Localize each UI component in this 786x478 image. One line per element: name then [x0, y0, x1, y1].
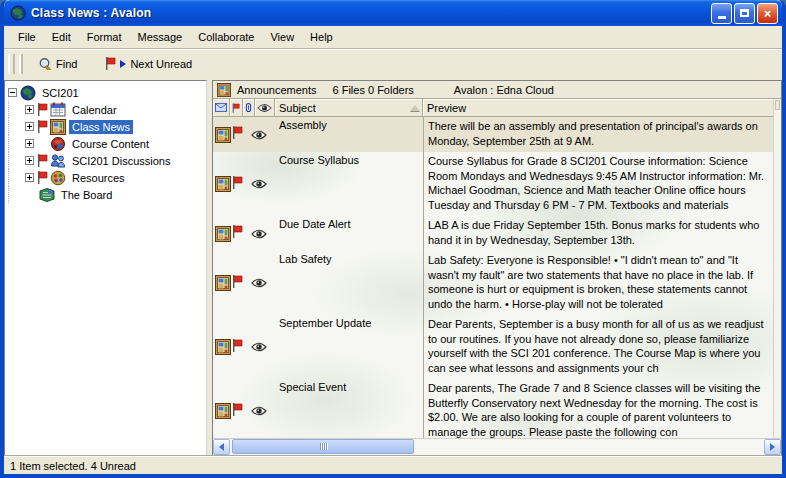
maximize-button[interactable]: [734, 3, 755, 24]
tree-item-sci201-root[interactable]: SCI201: [8, 84, 206, 101]
toolbar-grip-handle-2[interactable]: [19, 54, 23, 74]
eye-icon: [251, 278, 267, 288]
message-preview: Course Syllabus for Grade 8 SCI201 Cours…: [423, 152, 773, 216]
title-bar[interactable]: Class News : Avalon ×: [4, 0, 782, 26]
menu-message[interactable]: Message: [130, 28, 191, 46]
globe-icon: [20, 85, 36, 101]
menu-help[interactable]: Help: [302, 28, 341, 46]
scroll-right-button[interactable]: [764, 439, 781, 455]
column-read-icon[interactable]: [255, 99, 275, 116]
message-subject: Lab Safety: [275, 251, 423, 315]
unread-flag-icon: [37, 171, 48, 184]
toolbar-grip-handle[interactable]: [8, 54, 15, 74]
message-preview: Dear parents, The Grade 7 and 8 Science …: [423, 379, 773, 438]
eye-icon: [257, 103, 272, 113]
message-preview: LAB A is due Friday September 15th. Bonu…: [423, 216, 773, 251]
flag-icon: [232, 102, 240, 114]
app-window: Class News : Avalon × File Edit Format M…: [0, 0, 786, 478]
scrollbar-thumb[interactable]: [232, 439, 414, 454]
window-title: Class News : Avalon: [31, 6, 711, 20]
find-button-label: Find: [56, 58, 77, 70]
menu-edit[interactable]: Edit: [44, 28, 79, 46]
news-document-icon: [215, 176, 231, 192]
arrow-left-icon: [219, 443, 224, 451]
scroll-left-button[interactable]: [213, 439, 230, 455]
menu-format[interactable]: Format: [79, 28, 130, 46]
tree-connector: [8, 101, 25, 118]
message-preview: There will be an assembly and presentati…: [423, 117, 773, 152]
message-subject: September Update: [275, 315, 423, 379]
menu-collaborate[interactable]: Collaborate: [190, 28, 262, 46]
unread-flag-icon: [232, 339, 243, 352]
close-button[interactable]: ×: [757, 3, 778, 24]
menu-bar: File Edit Format Message Collaborate Vie…: [4, 26, 782, 48]
message-subject: Assembly: [275, 117, 423, 152]
status-text: 1 Item selected. 4 Unread: [10, 460, 136, 472]
scrollbar-track[interactable]: [230, 439, 764, 455]
tree-item-label: Class News: [69, 120, 133, 134]
menu-file[interactable]: File: [10, 28, 44, 46]
message-preview: Lab Safety: Everyone is Responsible! • "…: [423, 251, 773, 315]
unread-flag-icon: [37, 154, 48, 167]
tree-item-label: Resources: [69, 171, 128, 185]
expand-plus-icon[interactable]: [25, 173, 34, 182]
status-bar: 1 Item selected. 4 Unread: [4, 456, 782, 474]
sort-ascending-icon: [410, 105, 420, 111]
unread-flag-icon: [37, 103, 48, 116]
message-list-panel: Announcements 6 Files 0 Folders Avalon :…: [212, 80, 782, 456]
tree-item-class-news[interactable]: Class News: [8, 118, 206, 135]
vertical-scrollbar-track[interactable]: [773, 99, 781, 438]
tree-connector: [8, 152, 25, 169]
news-document-icon: [215, 275, 231, 291]
eye-icon: [251, 130, 267, 140]
column-attachment-icon[interactable]: [243, 99, 255, 116]
tree-item-label: Calendar: [69, 103, 120, 117]
column-subject[interactable]: Subject: [275, 99, 423, 116]
expand-plus-icon[interactable]: [25, 139, 34, 148]
minimize-button[interactable]: [711, 3, 732, 24]
vertical-scrollbar-nub: [775, 100, 780, 110]
column-flag-icon[interactable]: [230, 99, 243, 116]
tree-item-resources[interactable]: Resources: [8, 169, 206, 186]
panel-header: Announcements 6 Files 0 Folders Avalon :…: [213, 81, 781, 99]
expand-plus-icon[interactable]: [25, 156, 34, 165]
column-preview[interactable]: Preview: [423, 99, 773, 116]
resources-icon: [50, 170, 66, 186]
message-row-special-event[interactable]: Special Event Dear parents, The Grade 7 …: [213, 379, 773, 438]
tree-item-sci201-discussions[interactable]: SCI201 Discussions: [8, 152, 206, 169]
eye-icon: [251, 406, 267, 416]
menu-view[interactable]: View: [262, 28, 302, 46]
tree-item-label: SCI201 Discussions: [69, 154, 173, 168]
news-document-icon: [215, 403, 231, 419]
tree-item-label: Course Content: [69, 137, 152, 151]
message-row-due-date-alert[interactable]: Due Date Alert LAB A is due Friday Septe…: [213, 216, 773, 251]
expand-plus-icon[interactable]: [25, 105, 34, 114]
unread-flag-icon: [105, 57, 116, 70]
find-button[interactable]: Find: [31, 53, 84, 74]
message-row-assembly[interactable]: Assembly There will be an assembly and p…: [213, 117, 773, 152]
horizontal-scrollbar[interactable]: [213, 438, 781, 455]
close-icon: ×: [764, 7, 772, 20]
calendar-icon: [50, 102, 66, 118]
message-row-course-syllabus[interactable]: Course Syllabus Course Syllabus for Grad…: [213, 152, 773, 216]
unread-flag-icon: [232, 225, 243, 238]
news-document-icon: [215, 226, 231, 242]
next-unread-button[interactable]: Next Unread: [98, 53, 199, 74]
unread-flag-icon: [232, 403, 243, 416]
toolbar: Find Next Unread: [4, 48, 782, 78]
unread-flag-icon: [232, 126, 243, 139]
message-row-lab-safety[interactable]: Lab Safety Lab Safety: Everyone is Respo…: [213, 251, 773, 315]
announcements-folder-icon: [217, 83, 231, 97]
tree-item-calendar[interactable]: Calendar: [8, 101, 206, 118]
message-row-september-update[interactable]: September Update Dear Parents, September…: [213, 315, 773, 379]
tree-item-course-content[interactable]: Course Content: [8, 135, 206, 152]
tree-item-the-board[interactable]: The Board: [8, 186, 206, 203]
expand-plus-icon[interactable]: [25, 122, 34, 131]
unread-flag-icon: [232, 176, 243, 189]
column-header-row: Subject Preview: [213, 99, 773, 117]
collapse-minus-icon[interactable]: [8, 88, 17, 97]
column-message-icon[interactable]: [213, 99, 230, 116]
panel-title: Announcements: [237, 84, 317, 96]
eye-icon: [251, 229, 267, 239]
news-icon: [50, 119, 66, 135]
